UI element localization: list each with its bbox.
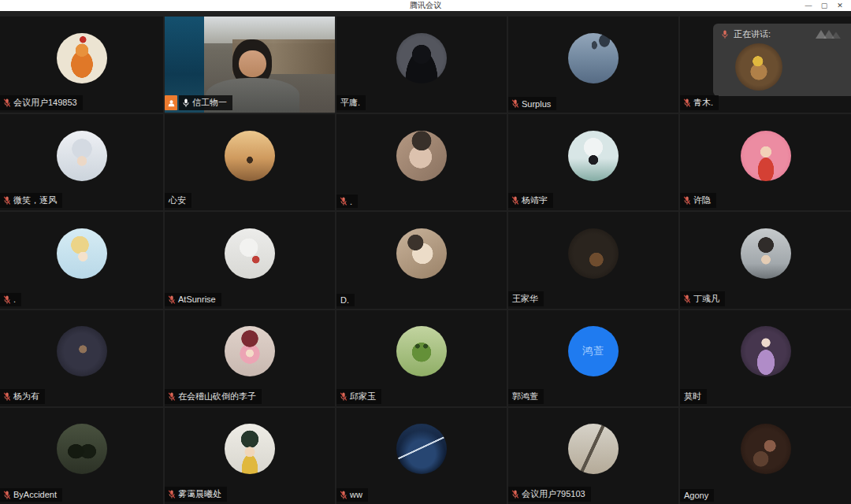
mic-muted-icon [3, 295, 11, 305]
watermark-logo [813, 28, 845, 43]
participant-tile[interactable]: 会议用户149853 [0, 17, 163, 113]
speaking-indicator-panel: 正在讲话: [713, 24, 851, 96]
window-controls: — ▢ ✕ [801, 0, 848, 11]
participant-name: AtSunrise [178, 295, 216, 304]
mic-icon [721, 29, 729, 39]
participant-tile[interactable]: 微笑，逐风 [0, 114, 163, 210]
participant-name: . [350, 197, 352, 206]
name-tag-row: 丁彧凡 [680, 291, 725, 306]
name-tag: Surplus [508, 97, 556, 110]
name-tag-row: Surplus [508, 97, 556, 110]
participant-tile[interactable]: 正在讲话: 青木. [680, 17, 851, 113]
participant-tile[interactable]: 杨为有 [0, 310, 163, 406]
name-tag-row: ww [336, 488, 368, 502]
name-tag-row: . [0, 293, 21, 306]
participant-name: D. [340, 295, 349, 305]
participant-name: 许隐 [693, 195, 711, 206]
participant-name: 在会稽山砍倒的李子 [178, 391, 256, 402]
maximize-button[interactable]: ▢ [816, 0, 832, 11]
participant-tile[interactable]: D. [336, 212, 507, 308]
titlebar: 腾讯会议 — ▢ ✕ [0, 0, 851, 11]
participant-tile[interactable]: 平庸. [336, 17, 507, 113]
avatar-masked-anime [568, 131, 619, 181]
presenter-badge-icon [165, 95, 177, 110]
name-tag: 平庸. [336, 95, 366, 110]
participant-tile[interactable]: 丁彧凡 [680, 212, 851, 308]
participant-tile[interactable]: AtSunrise [165, 212, 335, 308]
name-tag-row: 杨为有 [0, 389, 45, 404]
mic-icon [182, 98, 190, 108]
participant-tile[interactable]: . [336, 114, 507, 210]
name-tag-row: 雾霭晨曦处 [165, 487, 227, 502]
mic-muted-icon [3, 98, 11, 108]
name-tag-row: 信工物一 [165, 95, 232, 110]
close-button[interactable]: ✕ [832, 0, 848, 11]
participant-tile[interactable]: 在会稽山砍倒的李子 [165, 310, 335, 406]
participant-tile[interactable]: ww [336, 408, 507, 504]
participant-tile[interactable]: 信工物一 [165, 17, 335, 113]
participant-tile[interactable]: 许隐 [680, 114, 851, 210]
name-tag-row: AtSunrise [165, 293, 221, 306]
avatar-desk-warm [735, 43, 782, 91]
participant-name: 青木. [693, 97, 713, 109]
participant-tile[interactable]: ByAccident [0, 408, 163, 504]
name-tag: 青木. [680, 95, 719, 110]
participant-tile[interactable]: . [0, 212, 163, 308]
minimize-button[interactable]: — [801, 0, 816, 11]
name-tag: 在会稽山砍倒的李子 [165, 389, 262, 404]
name-tag-row: D. [336, 294, 355, 306]
name-tag: ww [336, 488, 368, 502]
name-tag: 杨为有 [0, 389, 45, 404]
participant-name: 郭鸿萱 [512, 391, 538, 402]
mic-muted-icon [340, 196, 347, 206]
participant-name: 雾霭晨曦处 [178, 488, 221, 500]
participant-name: 杨靖宇 [522, 195, 548, 206]
participant-name: . [13, 295, 16, 304]
participant-tile[interactable]: Agony [680, 408, 851, 504]
mic-muted-icon [340, 490, 347, 500]
participant-tile[interactable]: Surplus [508, 17, 678, 113]
avatar-uniform-group [57, 424, 107, 474]
participant-name: 王家华 [512, 293, 538, 305]
name-tag: 莫时 [680, 389, 707, 404]
avatar-face-closeup [396, 131, 447, 181]
mic-muted-icon [168, 391, 176, 402]
name-tag: D. [336, 294, 355, 306]
participant-tile[interactable]: 雾霭晨曦处 [165, 408, 335, 504]
avatar-dim-portrait [57, 326, 107, 376]
avatar-green-hair-anime [225, 424, 275, 474]
name-tag: 信工物一 [179, 95, 232, 110]
name-tag-row: 王家华 [508, 291, 544, 306]
participant-tile[interactable]: 莫时 [680, 310, 851, 406]
name-tag-row: 青木. [680, 95, 719, 110]
participant-tile[interactable]: 鸿萱郭鸿萱 [508, 310, 678, 406]
name-tag: ByAccident [0, 488, 62, 502]
avatar-dusk-branch [568, 33, 619, 83]
name-tag-row: Agony [680, 489, 714, 502]
participant-tile[interactable]: 心安 [165, 114, 335, 210]
avatar-sky-pole [568, 424, 619, 474]
window-title: 腾讯会议 [410, 0, 441, 11]
name-tag-row: ByAccident [0, 488, 62, 502]
participant-name: 信工物一 [192, 97, 227, 109]
participant-tile[interactable]: 杨靖宇 [508, 114, 678, 210]
name-tag-row: 微笑，逐风 [0, 193, 62, 208]
mic-muted-icon [3, 490, 11, 500]
participant-tile[interactable]: 邱家玉 [336, 310, 507, 406]
name-tag: 心安 [165, 193, 191, 208]
avatar-dark-warm-portrait [741, 424, 791, 474]
participant-name: 心安 [169, 195, 186, 206]
participant-tile[interactable]: 会议用户795103 [508, 408, 678, 504]
name-tag: 郭鸿萱 [508, 389, 544, 404]
mic-muted-icon [168, 489, 176, 499]
participant-tile[interactable]: 王家华 [508, 212, 678, 308]
name-tag-row: 心安 [165, 193, 191, 208]
avatar-initials-blue: 鸿萱 [568, 326, 619, 376]
participant-name: 微笑，逐风 [13, 195, 57, 206]
name-tag: 雾霭晨曦处 [165, 487, 227, 502]
avatar-sunset-figure [225, 131, 275, 181]
avatar-white-red-anime [225, 228, 275, 279]
avatar-white-hair-anime [57, 131, 107, 181]
avatar-blonde-anime [57, 228, 107, 279]
name-tag: 邱家玉 [336, 389, 381, 404]
